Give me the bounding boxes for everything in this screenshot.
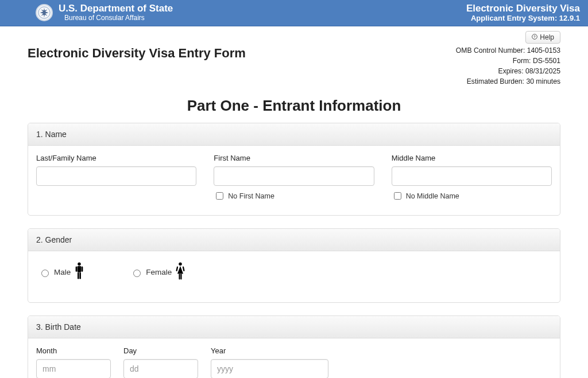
- svg-rect-13: [181, 274, 182, 279]
- last-name-input[interactable]: [36, 166, 196, 186]
- panel-name: 1. Name Last/Family Name First Name No F…: [28, 123, 560, 216]
- gender-female-label: Female: [146, 268, 172, 276]
- meta-expires: Expires: 08/31/2025: [456, 67, 560, 77]
- svg-rect-11: [183, 267, 185, 272]
- month-input[interactable]: [36, 359, 111, 378]
- svg-text:?: ?: [534, 36, 536, 39]
- year-label: Year: [211, 346, 328, 355]
- male-icon: [74, 262, 84, 283]
- help-label: Help: [540, 33, 554, 41]
- day-input[interactable]: [123, 359, 198, 378]
- svg-rect-4: [78, 266, 82, 272]
- top-header: U.S. Department of State Bureau of Consu…: [0, 0, 588, 26]
- no-first-name-label: No First Name: [228, 192, 274, 200]
- svg-rect-6: [82, 267, 83, 272]
- help-icon: ?: [532, 33, 537, 41]
- svg-rect-5: [76, 267, 78, 272]
- svg-rect-8: [80, 272, 82, 279]
- middle-name-label: Middle Name: [392, 154, 552, 162]
- month-label: Month: [36, 346, 111, 355]
- department-title: U.S. Department of State: [59, 3, 173, 14]
- page-title: Electronic Diversity Visa Entry Form: [28, 46, 246, 61]
- system-title: Electronic Diversity Visa: [466, 3, 580, 14]
- system-subtitle: Applicant Entry System: 12.9.1: [466, 14, 580, 23]
- system-block: Electronic Diversity Visa Applicant Entr…: [466, 3, 580, 22]
- state-seal-icon: [36, 4, 53, 21]
- gender-male-radio[interactable]: [41, 270, 49, 277]
- year-input[interactable]: [211, 359, 328, 378]
- form-meta: OMB Control Number: 1405-0153 Form: DS-5…: [456, 46, 560, 87]
- female-icon: [175, 262, 185, 283]
- svg-point-3: [78, 263, 81, 266]
- meta-omb: OMB Control Number: 1405-0153: [456, 46, 560, 56]
- svg-point-9: [179, 263, 182, 266]
- middle-name-input[interactable]: [392, 166, 552, 186]
- meta-burden: Estimated Burden: 30 minutes: [456, 77, 560, 87]
- panel-gender-header: 2. Gender: [28, 229, 560, 251]
- panel-birth-date-header: 3. Birth Date: [28, 316, 560, 338]
- first-name-label: First Name: [214, 154, 374, 162]
- panel-name-header: 1. Name: [28, 123, 560, 146]
- no-first-name-checkbox[interactable]: [216, 192, 223, 200]
- panel-gender: 2. Gender Male Female: [28, 228, 560, 303]
- svg-rect-10: [176, 267, 179, 272]
- gender-male-label: Male: [54, 268, 71, 276]
- first-name-input[interactable]: [214, 166, 374, 186]
- department-block: U.S. Department of State Bureau of Consu…: [59, 3, 173, 22]
- meta-form: Form: DS-5501: [456, 56, 560, 67]
- gender-female-radio[interactable]: [133, 270, 141, 277]
- section-heading: Part One - Entrant Information: [28, 97, 560, 115]
- no-middle-name-label: No Middle Name: [406, 192, 459, 200]
- last-name-label: Last/Family Name: [36, 154, 196, 162]
- svg-rect-12: [179, 274, 180, 279]
- department-subtitle: Bureau of Consular Affairs: [64, 14, 173, 22]
- panel-birth-date: 3. Birth Date Month Day Year: [28, 315, 560, 378]
- day-label: Day: [123, 346, 198, 355]
- svg-rect-7: [78, 272, 79, 279]
- help-button[interactable]: ? Help: [525, 31, 560, 44]
- no-middle-name-checkbox[interactable]: [394, 192, 401, 200]
